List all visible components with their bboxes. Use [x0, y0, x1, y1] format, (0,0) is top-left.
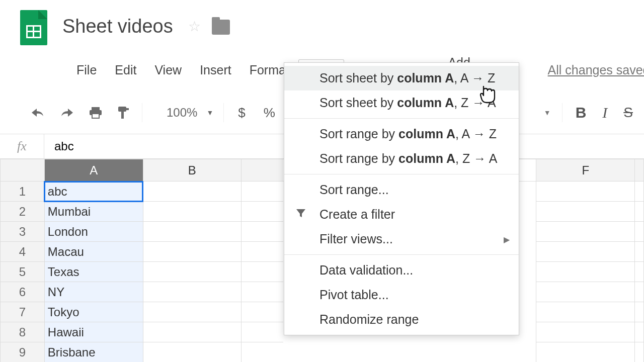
undo-button[interactable] — [23, 99, 52, 127]
svg-rect-4 — [126, 108, 129, 110]
menu-create-filter[interactable]: Create a filter — [284, 202, 519, 227]
menu-separator — [284, 118, 519, 119]
row-header[interactable]: 2 — [1, 202, 45, 222]
menu-separator — [284, 174, 519, 174]
cell-A6[interactable]: NY — [44, 282, 143, 302]
menu-separator — [284, 254, 519, 255]
row-header[interactable]: 9 — [1, 342, 45, 363]
menu-sort-range-az[interactable]: Sort range by column A, A → Z — [284, 122, 519, 146]
menu-data-validation[interactable]: Data validation... — [284, 258, 519, 283]
zoom-select[interactable]: 100% ▼ — [152, 106, 218, 120]
menu-sort-range-dialog[interactable]: Sort range... — [284, 177, 519, 202]
cell-A2[interactable]: Mumbai — [44, 202, 143, 222]
cell-A9[interactable]: Brisbane — [44, 342, 143, 363]
col-header-F[interactable]: F — [536, 159, 635, 182]
paint-format-button[interactable] — [110, 99, 137, 127]
save-status[interactable]: All changes saved i — [548, 63, 644, 77]
redo-button[interactable] — [52, 99, 82, 127]
menu-filter-views[interactable]: Filter views... ▶ — [284, 227, 519, 251]
menu-randomize-range[interactable]: Randomize range — [284, 307, 519, 332]
cell-A8[interactable]: Hawaii — [44, 322, 143, 342]
cell-A4[interactable]: Macau — [44, 242, 143, 262]
row-header[interactable]: 7 — [1, 302, 45, 322]
sheets-logo[interactable] — [20, 10, 47, 45]
menu-edit[interactable]: Edit — [106, 60, 145, 80]
menu-pivot-table[interactable]: Pivot table... — [284, 283, 519, 307]
row-header[interactable]: 1 — [1, 182, 45, 202]
svg-rect-2 — [92, 114, 99, 118]
strike-button[interactable]: S — [615, 105, 641, 121]
svg-rect-0 — [92, 107, 100, 110]
menu-sort-sheet-za[interactable]: Sort sheet by column A, Z → A — [284, 90, 519, 115]
select-all-corner[interactable] — [1, 159, 45, 182]
menu-file[interactable]: File — [67, 60, 106, 80]
print-button[interactable] — [82, 99, 110, 127]
percent-button[interactable]: % — [255, 105, 284, 121]
row-header[interactable]: 3 — [1, 222, 45, 242]
menu-insert[interactable]: Insert — [191, 60, 240, 80]
menu-sort-sheet-az[interactable]: Sort sheet by column A, A → Z — [284, 66, 519, 90]
row-header[interactable]: 6 — [1, 282, 45, 302]
cell-A5[interactable]: Texas — [44, 262, 143, 282]
star-icon[interactable]: ☆ — [188, 18, 201, 35]
col-header-A[interactable]: A — [44, 159, 143, 182]
col-header-C-partial[interactable] — [242, 159, 284, 182]
cell-A1[interactable]: abc — [44, 182, 143, 202]
currency-button[interactable]: $ — [229, 105, 254, 121]
cell[interactable] — [143, 182, 242, 202]
data-menu: Sort sheet by column A, A → Z Sort sheet… — [284, 62, 519, 335]
chevron-down-icon[interactable]: ▼ — [544, 109, 551, 117]
chevron-right-icon: ▶ — [504, 234, 510, 244]
italic-button[interactable]: I — [594, 104, 615, 121]
folder-icon[interactable] — [212, 20, 230, 35]
menu-sort-range-za[interactable]: Sort range by column A, Z → A — [284, 146, 519, 171]
row-header[interactable]: 8 — [1, 322, 45, 342]
cell-A3[interactable]: London — [44, 222, 143, 242]
row-header[interactable]: 5 — [1, 262, 45, 282]
bold-button[interactable]: B — [568, 104, 595, 121]
row-header[interactable]: 4 — [1, 242, 45, 262]
col-header-G-partial[interactable] — [634, 159, 643, 182]
menu-view[interactable]: View — [145, 60, 191, 80]
svg-rect-3 — [118, 107, 126, 112]
fx-label: fx — [0, 134, 44, 158]
doc-title[interactable]: Sheet videos — [62, 17, 173, 36]
col-header-B[interactable]: B — [143, 159, 242, 182]
svg-rect-5 — [121, 112, 124, 119]
cell-A7[interactable]: Tokyo — [44, 302, 143, 322]
filter-icon — [295, 208, 306, 222]
chevron-down-icon: ▼ — [206, 109, 213, 117]
zoom-value: 100% — [167, 106, 197, 120]
